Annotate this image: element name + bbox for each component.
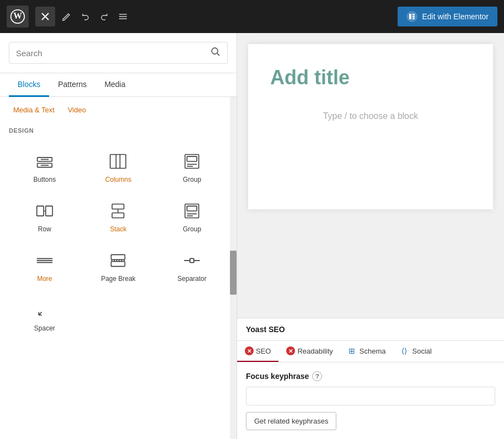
edit-pencil-button[interactable] (60, 9, 74, 24)
redo-button[interactable] (97, 9, 111, 24)
more-label: More (37, 275, 52, 283)
block-item-spacer[interactable]: Spacer (9, 291, 81, 339)
pagebreak-icon (108, 251, 128, 270)
left-panel: Blocks Patterns Media Media & Text Video… (0, 33, 237, 439)
block-item-separator[interactable]: Separator (156, 242, 228, 289)
wp-logo: W (7, 6, 29, 28)
editor-area: Add title Type / to choose a block (237, 33, 504, 318)
tab-schema[interactable]: ⊞ Schema (341, 341, 394, 362)
svg-rect-7 (409, 14, 411, 19)
svg-rect-9 (412, 16, 415, 18)
separator-label: Separator (178, 275, 207, 283)
block-list: Media & Text Video DESIGN (0, 97, 237, 439)
svg-rect-8 (412, 14, 415, 15)
readability-tab-label: Readability (297, 347, 333, 355)
group2-icon (182, 201, 202, 221)
block-item-buttons[interactable]: Buttons (9, 143, 81, 190)
schema-tab-label: Schema (360, 347, 386, 355)
block-item-columns[interactable]: Columns (83, 143, 154, 190)
spacer-icon (35, 300, 55, 320)
menu-button[interactable] (116, 9, 130, 24)
tab-readability[interactable]: ✕ Readability (278, 341, 340, 362)
search-icon (211, 47, 221, 59)
block-item-more[interactable]: More (9, 242, 81, 289)
seo-tab-label: SEO (256, 347, 271, 355)
tab-blocks[interactable]: Blocks (9, 73, 49, 97)
elementor-icon (406, 11, 417, 22)
svg-point-11 (212, 48, 218, 54)
svg-rect-38 (111, 262, 125, 267)
top-items-row: Media & Text Video (0, 101, 237, 121)
svg-rect-27 (112, 204, 124, 209)
group2-label: Group (183, 225, 201, 233)
svg-rect-28 (112, 213, 124, 218)
tab-seo[interactable]: ✕ SEO (237, 341, 278, 362)
editor-canvas[interactable]: Add title Type / to choose a block (248, 44, 493, 209)
right-content: Add title Type / to choose a block Yoast… (237, 33, 504, 439)
keyphrase-input[interactable] (246, 387, 495, 405)
social-share-icon: ⟨⟩ (401, 346, 410, 355)
block-item-group2[interactable]: Group (156, 192, 228, 240)
svg-rect-31 (187, 206, 197, 211)
block-item-stack[interactable]: Stack (83, 192, 154, 240)
block-item-row[interactable]: Row (9, 192, 81, 240)
block-grid: Buttons Columns (0, 138, 237, 343)
video-item[interactable]: Video (63, 104, 90, 116)
svg-rect-17 (110, 155, 126, 169)
add-title-placeholder[interactable]: Add title (270, 66, 471, 89)
main-layout: Blocks Patterns Media Media & Text Video… (0, 33, 504, 439)
scrollbar-thumb[interactable] (230, 251, 237, 295)
edit-elementor-label: Edit with Elementor (422, 12, 489, 21)
columns-label: Columns (105, 176, 131, 183)
media-text-item[interactable]: Media & Text (9, 104, 59, 116)
search-input[interactable] (16, 48, 211, 58)
row-icon (35, 201, 55, 221)
block-hint: Type / to choose a block (270, 100, 471, 132)
columns-icon (108, 151, 128, 171)
search-box (9, 42, 228, 64)
yoast-content: Focus keyphrase ? Get related keyphrases (237, 362, 504, 439)
focus-keyphrase-text: Focus keyphrase (246, 372, 309, 381)
svg-rect-24 (37, 206, 44, 216)
row-label: Row (38, 225, 51, 233)
focus-keyphrase-label: Focus keyphrase ? (246, 371, 495, 381)
pagebreak-label: Page Break (101, 275, 136, 283)
help-icon[interactable]: ? (312, 371, 322, 381)
tabs-area: Blocks Patterns Media (0, 73, 237, 97)
group-label: Group (183, 176, 201, 183)
svg-rect-42 (190, 258, 194, 262)
separator-icon (182, 251, 202, 270)
seo-error-icon: ✕ (245, 346, 254, 355)
svg-text:W: W (13, 11, 22, 20)
spacer-label: Spacer (34, 324, 55, 332)
get-keyphrases-button[interactable]: Get related keyphrases (246, 412, 336, 430)
stack-label: Stack (110, 225, 126, 233)
block-item-group[interactable]: Group (156, 143, 228, 190)
top-toolbar: W (0, 0, 504, 33)
tab-social[interactable]: ⟨⟩ Social (394, 341, 439, 362)
svg-rect-21 (187, 156, 197, 161)
buttons-icon (35, 151, 55, 171)
stack-icon (108, 201, 128, 221)
more-icon (35, 251, 55, 270)
svg-rect-10 (412, 18, 415, 19)
readability-error-icon: ✕ (286, 346, 295, 355)
edit-elementor-button[interactable]: Edit with Elementor (398, 7, 497, 26)
block-item-pagebreak[interactable]: Page Break (83, 242, 154, 289)
group-icon (182, 151, 202, 171)
svg-rect-37 (111, 254, 125, 259)
yoast-panel: Yoast SEO ✕ SEO ✕ Readability ⊞ Schema ⟨… (237, 318, 504, 439)
tab-patterns[interactable]: Patterns (49, 73, 95, 97)
svg-line-12 (217, 53, 219, 56)
close-button[interactable] (35, 7, 55, 26)
tab-media[interactable]: Media (95, 73, 134, 97)
social-tab-label: Social (412, 347, 432, 355)
undo-button[interactable] (78, 9, 93, 24)
buttons-label: Buttons (33, 176, 56, 183)
yoast-header: Yoast SEO (237, 318, 504, 341)
scrollbar-track (230, 97, 237, 439)
yoast-tabs: ✕ SEO ✕ Readability ⊞ Schema ⟨⟩ Social (237, 341, 504, 362)
svg-rect-25 (46, 206, 52, 216)
search-area (0, 33, 237, 73)
schema-grid-icon: ⊞ (348, 346, 357, 355)
